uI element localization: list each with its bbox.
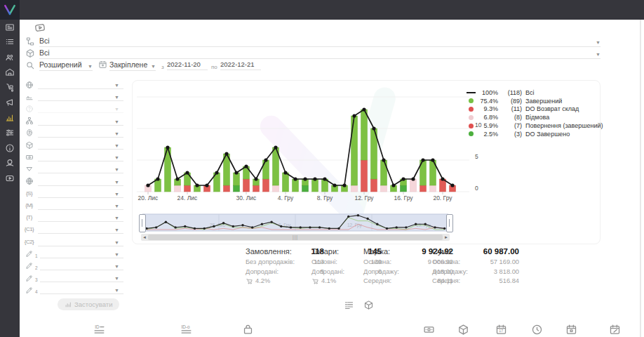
legend-item[interactable]: 2.5%(3)DO Завершено xyxy=(466,130,603,138)
signature-icon xyxy=(24,92,34,101)
horizontal-scrollbar[interactable]: ◄ ||| ► xyxy=(141,234,450,241)
product-view-icon[interactable] xyxy=(363,300,374,310)
date-to-value: 2022-12-21 xyxy=(220,60,255,68)
date-from-label: з xyxy=(161,64,164,70)
date-from-input[interactable]: 2022-11-20 xyxy=(167,60,208,70)
sidebar-item-warehouse-icon[interactable] xyxy=(0,65,20,81)
video-tutorial-button[interactable] xyxy=(32,21,48,35)
sidebar-item-supply-icon[interactable] xyxy=(0,80,20,95)
sidebar-item-orders-icon[interactable] xyxy=(0,35,20,51)
stats-row-value: 57 169.00 xyxy=(490,258,519,267)
filter-row-funnel-icon: ▼ xyxy=(24,163,123,175)
filter-select[interactable]: ▼ xyxy=(38,201,123,210)
filter-row-tag-{S}: {S}▼ xyxy=(24,187,123,199)
x-tick-label: 4. Гру xyxy=(270,194,301,201)
filter-select[interactable]: ▼ xyxy=(38,225,123,234)
chevron-down-icon: ▼ xyxy=(151,64,156,69)
legend-item[interactable]: 6.8%(8)Відмова xyxy=(466,113,603,121)
id-order-icon[interactable]: ID xyxy=(93,324,105,336)
filter-row-pencil-1: 1▼ xyxy=(24,248,123,260)
stats-row-value: 516.84 xyxy=(499,277,519,286)
filter-select[interactable]: ▼ xyxy=(40,273,123,282)
filter-select[interactable]: ▼ xyxy=(38,80,123,89)
date-updated-icon[interactable] xyxy=(609,324,621,336)
legend-dot-marker xyxy=(466,98,476,103)
legend-item[interactable]: 75.4%(89)Завершений xyxy=(466,97,603,105)
filter-select[interactable]: ▼ xyxy=(40,261,123,270)
filter-select[interactable]: ▼ xyxy=(40,249,123,258)
scrollbar-grip-icon: ||| xyxy=(293,234,298,239)
legend-pct: 75.4% xyxy=(478,98,498,105)
filter-select[interactable]: ▼ xyxy=(38,213,123,222)
filter-select[interactable]: ▼ xyxy=(38,128,123,138)
time-icon[interactable] xyxy=(531,324,543,336)
filter-select[interactable]: ▼ xyxy=(38,140,123,150)
legend-pct: 5.9% xyxy=(478,122,498,129)
pencil-icon xyxy=(24,273,34,282)
status-filter-value: Всі xyxy=(39,37,50,45)
filter-row-globe-grid-icon: ▼ xyxy=(24,176,123,187)
stats-row-label: Допродані: xyxy=(311,267,344,277)
period-mode-select[interactable]: Закріплене ▼ xyxy=(109,60,156,71)
scroll-right-icon[interactable]: ► xyxy=(443,234,450,241)
sidebar-item-news-icon[interactable] xyxy=(0,20,20,35)
bag-icon[interactable] xyxy=(242,324,254,336)
filter-select[interactable]: ▼ xyxy=(38,117,123,126)
cube-icon xyxy=(24,140,34,150)
filter-select[interactable]: ▼ xyxy=(40,285,123,294)
legend-label: Повернення (завершений) xyxy=(525,122,603,129)
sidebar-item-analytics-icon[interactable] xyxy=(0,110,20,126)
list-view-icon[interactable] xyxy=(344,300,354,310)
id-external-icon[interactable]: ID-o xyxy=(180,324,192,336)
filter-select[interactable]: ▼ xyxy=(38,164,123,173)
legend-count: (89) xyxy=(503,98,522,105)
stats-column: Сума:60 987.00Основна:57 169.00Допродажу… xyxy=(432,247,519,286)
content: Всі ▼ Всі ▼ Розширений ▼ Закріпле xyxy=(20,20,644,337)
payment-icon[interactable] xyxy=(423,324,435,336)
filter-select[interactable]: ▼ xyxy=(38,237,123,246)
orders-chart[interactable] xyxy=(137,85,474,203)
legend-label: Всі xyxy=(525,89,535,96)
vertical-scrollbar[interactable] xyxy=(640,20,641,337)
chevron-down-icon: ▼ xyxy=(114,83,119,88)
chevron-down-icon: ▼ xyxy=(114,131,119,136)
chart-navigator[interactable]: 28. Лис5. Гру12. Гру19. Гру xyxy=(142,213,448,232)
navigator-handle-left[interactable] xyxy=(139,214,146,232)
x-tick-label: 8. Гру xyxy=(309,194,340,201)
date-created-icon[interactable]: 17 xyxy=(495,324,507,336)
filter-row-pencil-4: 4▼ xyxy=(24,284,123,296)
pencil-index: 4 xyxy=(35,289,38,294)
product-icon[interactable] xyxy=(457,324,469,336)
sidebar-item-info-icon[interactable] xyxy=(0,140,20,156)
date-to-input[interactable]: 2022-12-21 xyxy=(220,60,261,70)
filter-select[interactable]: ▼ xyxy=(38,92,123,101)
filter-select[interactable]: ▼ xyxy=(38,177,123,186)
legend-count: (11) xyxy=(503,105,522,112)
chevron-down-icon: ▼ xyxy=(596,52,601,57)
sidebar-item-partners-icon[interactable] xyxy=(0,156,20,171)
scroll-left-icon[interactable]: ◄ xyxy=(141,234,148,241)
sidebar-item-video-icon[interactable] xyxy=(0,171,20,186)
stats-row-label: Допродажу: xyxy=(363,267,399,277)
legend-count: (118) xyxy=(503,89,522,96)
filter-select[interactable]: ▼ xyxy=(38,189,123,198)
chevron-down-icon: ▼ xyxy=(114,107,119,112)
sidebar-item-clients-icon[interactable] xyxy=(0,50,20,65)
status-filter-select[interactable]: Всі ▼ xyxy=(39,37,601,47)
search-mode-select[interactable]: Розширений ▼ xyxy=(39,60,93,71)
info-icon xyxy=(5,143,15,153)
legend-item[interactable]: 100%(118)Всі xyxy=(466,88,603,97)
stats-row-label: Основна: xyxy=(363,258,391,267)
chevron-down-icon: ▼ xyxy=(596,40,601,45)
date-delivery-icon[interactable] xyxy=(565,324,577,336)
filter-select[interactable]: ▼ xyxy=(38,152,123,161)
navigator-handle-right[interactable] xyxy=(446,214,453,232)
brand-logo[interactable] xyxy=(0,0,20,20)
svg-text:12. Гру: 12. Гру xyxy=(347,223,363,228)
sidebar-item-settings-icon[interactable] xyxy=(0,126,20,141)
product-filter-select[interactable]: Всі ▼ xyxy=(39,48,601,59)
legend-item[interactable]: 9.3%(11)DO Возврат склад xyxy=(466,105,603,114)
apply-button[interactable]: Застосувати xyxy=(58,298,119,310)
legend-item[interactable]: 5.9%(7)Повернення (завершений) xyxy=(466,121,603,130)
sidebar-item-marketing-icon[interactable] xyxy=(0,95,20,111)
